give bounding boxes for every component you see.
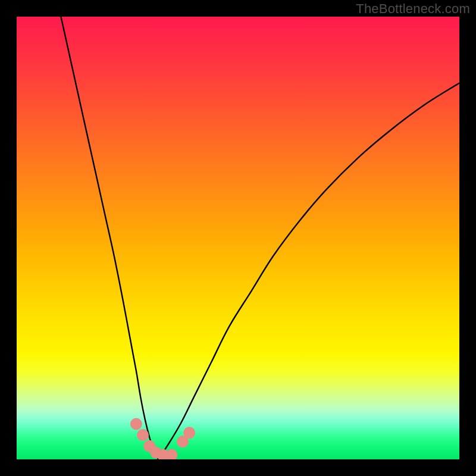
marker-layer — [17, 17, 459, 459]
chart-frame: TheBottleneck.com — [0, 0, 476, 476]
chart-plot-area — [17, 17, 459, 459]
watermark-text: TheBottleneck.com — [356, 1, 470, 17]
data-marker — [165, 449, 177, 459]
data-marker — [183, 427, 195, 439]
data-marker — [137, 429, 149, 441]
data-marker — [130, 418, 142, 430]
